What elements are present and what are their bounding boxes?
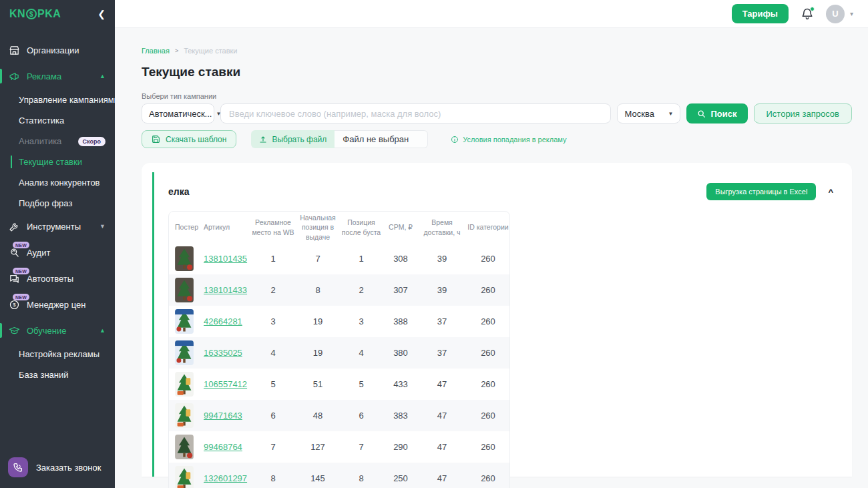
column-header-5: CPM, ₽ bbox=[383, 222, 419, 232]
start-position-cell: 145 bbox=[296, 473, 340, 483]
query-title: елка bbox=[168, 186, 189, 197]
product-thumbnail[interactable] bbox=[175, 403, 194, 428]
article-link[interactable]: 99468764 bbox=[204, 442, 242, 452]
top-bar: Тарифы U ▾ bbox=[115, 0, 868, 28]
article-link[interactable]: 16335025 bbox=[204, 348, 242, 358]
file-upload-control: Выбрать файл Файл не выбран bbox=[251, 130, 428, 148]
product-thumbnail[interactable] bbox=[175, 246, 194, 271]
keyword-input[interactable] bbox=[220, 103, 611, 124]
product-thumbnail[interactable] bbox=[175, 435, 194, 459]
sidebar-item-autoreplies[interactable]: NEWАвтоответы bbox=[0, 266, 115, 291]
sidebar-item-education[interactable]: Обучение▲ bbox=[0, 318, 115, 343]
sidebar-item-audit[interactable]: NEWАудит bbox=[0, 240, 115, 265]
sidebar-item-label: Организации bbox=[27, 45, 105, 55]
user-menu[interactable]: U ▾ bbox=[826, 5, 853, 23]
sidebar-item-phrase-selection[interactable]: Подбор фраз bbox=[0, 193, 115, 214]
audit-icon: NEW bbox=[8, 246, 20, 258]
chat-icon: NEW bbox=[8, 272, 20, 284]
product-thumbnail[interactable] bbox=[175, 466, 194, 488]
column-header-6: Время доставки, ч bbox=[419, 218, 465, 236]
ad-place-cell: 1 bbox=[250, 254, 296, 264]
breadcrumb-home[interactable]: Главная bbox=[142, 47, 170, 55]
notifications-bell-icon[interactable] bbox=[801, 7, 814, 21]
sidebar-item-label: Менеджер цен bbox=[27, 300, 105, 310]
boost-position-cell: 8 bbox=[340, 473, 383, 483]
new-badge: NEW bbox=[13, 242, 29, 248]
table-row: 16335025419438037260 bbox=[169, 337, 509, 369]
article-cell: 138101435 bbox=[201, 254, 250, 264]
campaign-type-select[interactable]: Автоматическ... ▼ bbox=[142, 103, 214, 124]
product-thumbnail[interactable] bbox=[175, 340, 194, 365]
sidebar-item-organizations[interactable]: Организации bbox=[0, 37, 115, 63]
article-link[interactable]: 99471643 bbox=[204, 411, 242, 421]
soon-badge: Скоро bbox=[78, 137, 105, 146]
sidebar-item-advertising[interactable]: Реклама▲ bbox=[0, 63, 115, 89]
article-link[interactable]: 138101433 bbox=[204, 285, 247, 295]
avatar[interactable]: U bbox=[826, 5, 845, 23]
cpm-cell: 433 bbox=[383, 379, 419, 389]
boost-position-cell: 6 bbox=[340, 411, 383, 421]
poster-cell bbox=[169, 246, 201, 271]
cpm-cell: 308 bbox=[383, 254, 419, 264]
sidebar-item-label: Аудит bbox=[27, 248, 105, 258]
table-row: 106557412551543347260 bbox=[169, 369, 509, 400]
knopka-logo[interactable]: KN $ PKA bbox=[9, 8, 61, 20]
poster-cell bbox=[169, 309, 201, 334]
article-cell: 99468764 bbox=[201, 442, 250, 452]
save-icon bbox=[152, 135, 160, 144]
sidebar-collapse-icon[interactable]: ❮ bbox=[97, 9, 105, 19]
sidebar-item-label: Реклама bbox=[27, 71, 95, 81]
boost-position-cell: 3 bbox=[340, 316, 383, 326]
ad-place-cell: 8 bbox=[250, 473, 296, 483]
tariffs-button[interactable]: Тарифы bbox=[732, 4, 789, 23]
sidebar-item-label: Настройка рекламы bbox=[19, 349, 105, 359]
logo-coin-icon: $ bbox=[26, 9, 37, 19]
history-button[interactable]: История запросов bbox=[754, 103, 853, 124]
sidebar-item-statistics[interactable]: Статистика bbox=[0, 110, 115, 131]
search-button[interactable]: Поиск bbox=[686, 103, 747, 124]
megaphone-icon bbox=[8, 70, 20, 82]
chevron-up-icon: ▲ bbox=[99, 327, 105, 334]
start-position-cell: 48 bbox=[296, 411, 340, 421]
category-id-cell: 260 bbox=[465, 411, 510, 421]
results-card: елка Выгрузка страницы в Excel ^ ПостерА… bbox=[142, 163, 852, 477]
article-link[interactable]: 42664281 bbox=[204, 316, 242, 326]
sidebar-item-tools[interactable]: Инструменты▼ bbox=[0, 214, 115, 239]
category-id-cell: 260 bbox=[465, 254, 510, 264]
article-link[interactable]: 138101435 bbox=[204, 254, 247, 264]
article-link[interactable]: 132601297 bbox=[204, 473, 247, 483]
sidebar-item-price-manager[interactable]: $NEWМенеджер цен bbox=[0, 292, 115, 317]
delivery-hours-cell: 47 bbox=[419, 473, 465, 483]
table-row: 994687647127729047260 bbox=[169, 431, 509, 463]
ad-conditions-link[interactable]: Условия попадания в рекламу bbox=[451, 136, 566, 144]
product-thumbnail[interactable] bbox=[175, 278, 194, 302]
article-link[interactable]: 106557412 bbox=[204, 379, 247, 389]
main-content: Главная > Текущие ставки Текущие ставки … bbox=[115, 28, 868, 488]
delivery-hours-cell: 47 bbox=[419, 411, 465, 421]
column-header-1: Артикул bbox=[201, 222, 250, 232]
table-header-row: ПостерАртикулРекламное место на WBНачаль… bbox=[169, 212, 509, 243]
logo-text-left: KN bbox=[9, 8, 25, 20]
svg-text:$: $ bbox=[13, 302, 16, 308]
poster-cell bbox=[169, 340, 201, 365]
sidebar-item-current-bids[interactable]: Текущие ставки bbox=[0, 152, 115, 172]
sidebar-item-label: Обучение bbox=[27, 326, 95, 336]
collapse-section-icon[interactable]: ^ bbox=[828, 187, 833, 197]
sidebar-item-ads-setup[interactable]: Настройка рекламы bbox=[0, 344, 115, 364]
download-template-button[interactable]: Скачать шаблон bbox=[142, 130, 236, 148]
product-thumbnail[interactable] bbox=[175, 309, 194, 334]
order-call-button[interactable]: Заказать звонок bbox=[0, 449, 115, 488]
start-position-cell: 8 bbox=[296, 285, 340, 295]
article-cell: 42664281 bbox=[201, 316, 250, 326]
chevron-down-icon[interactable]: ▾ bbox=[850, 10, 853, 17]
city-select[interactable]: Москва ▼ bbox=[617, 103, 680, 124]
page-title: Текущие ставки bbox=[142, 65, 852, 79]
sidebar-nav: ОрганизацииРеклама▲Управление кампаниями… bbox=[0, 28, 115, 449]
sidebar-item-campaign-management[interactable]: Управление кампаниями bbox=[0, 89, 115, 110]
wrench-icon bbox=[8, 220, 20, 232]
sidebar-item-competitor-analysis[interactable]: Анализ конкурентов bbox=[0, 172, 115, 193]
choose-file-button[interactable]: Выбрать файл bbox=[251, 130, 335, 148]
sidebar-item-knowledge-base[interactable]: База знаний bbox=[0, 364, 115, 385]
product-thumbnail[interactable] bbox=[175, 372, 194, 397]
export-excel-button[interactable]: Выгрузка страницы в Excel bbox=[706, 183, 816, 200]
